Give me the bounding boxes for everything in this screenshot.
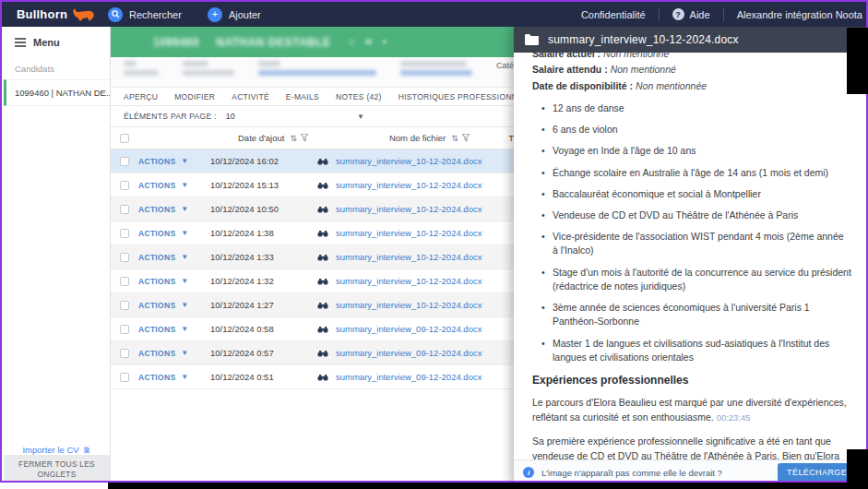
select-all-checkbox[interactable] <box>120 134 129 143</box>
document-preview[interactable]: Salaire actuel : Non mentionné Salaire a… <box>514 53 868 459</box>
row-checkbox[interactable] <box>120 229 129 238</box>
add-menu-item[interactable]: + Ajouter <box>208 7 261 22</box>
row-checkbox[interactable] <box>120 157 129 166</box>
row-checkbox[interactable] <box>120 277 129 286</box>
sort-icon[interactable]: ⇅ <box>451 134 458 143</box>
doc-bullet: Stage d'un mois à l'autorité de la concu… <box>541 266 851 293</box>
per-page-label: ÉLÉMENTS PAR PAGE : <box>124 112 217 121</box>
actions-button[interactable]: ACTIONS <box>138 373 175 382</box>
screenshot-root: Bullhorn Rechercher + Ajouter Confidenti… <box>0 0 868 489</box>
doc-section-title: Expériences professionnelles <box>532 374 851 387</box>
bullhorn-logo[interactable]: Bullhorn <box>2 7 108 22</box>
chevron-down-icon: ▼ <box>181 157 188 165</box>
actions-button[interactable]: ACTIONS <box>138 253 175 262</box>
tab-modifier[interactable]: MODIFIER <box>174 92 215 101</box>
chevron-down-icon: ▼ <box>181 301 188 309</box>
preview-binoculars-icon[interactable] <box>310 350 336 357</box>
file-link[interactable]: summary_interview_09-12-2024.docx <box>336 372 482 382</box>
star-icon[interactable]: ☆ <box>348 37 356 47</box>
search-menu-item[interactable]: Rechercher <box>108 7 182 22</box>
preview-binoculars-icon[interactable] <box>310 278 336 285</box>
actions-button[interactable]: ACTIONS <box>138 301 175 310</box>
navbar-divider <box>723 8 724 21</box>
sidebar-item-candidate-tab[interactable]: 1099460 | NATHAN DE... <box>4 79 110 106</box>
chevron-down-icon: ▼ <box>181 229 188 237</box>
preview-binoculars-icon[interactable] <box>310 254 336 261</box>
navbar-divider <box>659 8 660 21</box>
redaction-box <box>847 28 868 94</box>
chevron-down-icon: ▼ <box>357 113 364 121</box>
chevron-down-icon: ▼ <box>181 277 188 285</box>
row-checkbox[interactable] <box>120 253 129 262</box>
render-notice: L'image n'apparaît pas comme elle le dev… <box>541 468 722 478</box>
add-label: Ajouter <box>229 9 261 20</box>
chevron-down-icon: ▼ <box>181 205 188 213</box>
file-link[interactable]: summary_interview_10-12-2024.docx <box>336 180 482 190</box>
filter-icon[interactable] <box>301 134 308 142</box>
add-note-icon[interactable]: + <box>382 37 387 47</box>
hamburger-icon <box>15 36 26 49</box>
tab-apercu[interactable]: APERÇU <box>124 92 158 101</box>
filter-icon[interactable] <box>462 134 470 142</box>
menu-label: Menu <box>33 37 60 48</box>
privacy-link[interactable]: Confidentialité <box>581 9 646 20</box>
file-link[interactable]: summary_interview_09-12-2024.docx <box>336 348 482 358</box>
tab-emails[interactable]: E-MAILS <box>286 92 319 101</box>
tab-notes[interactable]: NOTES (42) <box>336 92 382 101</box>
file-link[interactable]: summary_interview_10-12-2024.docx <box>336 276 482 286</box>
actions-button[interactable]: ACTIONS <box>138 229 175 238</box>
user-menu[interactable]: Alexandre intégration Noota <box>737 9 866 20</box>
row-checkbox[interactable] <box>120 325 129 334</box>
preview-binoculars-icon[interactable] <box>310 182 336 189</box>
preview-binoculars-icon[interactable] <box>310 158 336 165</box>
file-date: 10/12/2024 1:38 <box>210 228 310 238</box>
left-sidebar: Menu Candidats 1099460 | NATHAN DE... Im… <box>4 27 111 483</box>
row-checkbox[interactable] <box>120 373 129 382</box>
sort-icon[interactable]: ⇅ <box>290 134 297 143</box>
import-cv-link[interactable]: Importer le CV🗎 <box>4 445 110 455</box>
column-file[interactable]: Nom de fichier <box>389 133 446 143</box>
preview-binoculars-icon[interactable] <box>310 302 336 309</box>
timestamp[interactable]: 00:23:45 <box>717 412 751 423</box>
close-all-tabs-button[interactable]: FERMER TOUS LES ONGLETS <box>4 455 110 483</box>
doc-field: Salaire actuel : Non mentionné <box>532 53 851 62</box>
help-link[interactable]: Aide <box>690 9 710 20</box>
row-checkbox[interactable] <box>120 181 129 190</box>
row-checkbox[interactable] <box>120 349 129 358</box>
preview-binoculars-icon[interactable] <box>310 206 336 213</box>
actions-button[interactable]: ACTIONS <box>138 349 175 358</box>
doc-bullet: Baccalauréat économique et social à Mont… <box>541 187 851 201</box>
file-link[interactable]: summary_interview_10-12-2024.docx <box>336 300 482 310</box>
mail-icon[interactable]: ✉ <box>365 37 373 47</box>
row-checkbox[interactable] <box>120 205 129 214</box>
actions-button[interactable]: ACTIONS <box>138 277 175 286</box>
preview-binoculars-icon[interactable] <box>310 374 336 381</box>
help-icon: ? <box>672 8 684 20</box>
column-date[interactable]: Date d'ajout <box>238 133 284 143</box>
file-link[interactable]: summary_interview_09-12-2024.docx <box>336 324 482 334</box>
actions-button[interactable]: ACTIONS <box>138 181 175 190</box>
preview-binoculars-icon[interactable] <box>310 230 336 237</box>
actions-button[interactable]: ACTIONS <box>138 157 175 166</box>
tab-activite[interactable]: ACTIVITÉ <box>232 92 269 101</box>
file-link[interactable]: summary_interview_10-12-2024.docx <box>336 204 482 214</box>
desktop-strip <box>0 483 108 489</box>
per-page-select[interactable]: 10 ▼ <box>226 112 364 121</box>
doc-paragraph: Sa première expérience professionnelle s… <box>532 434 851 459</box>
preview-header: summary_interview_10-12-2024.docx ⟳ <box>514 27 868 53</box>
brand-name: Bullhorn <box>17 7 67 21</box>
file-link[interactable]: summary_interview_10-12-2024.docx <box>336 228 482 238</box>
preview-binoculars-icon[interactable] <box>310 326 336 333</box>
sidebar-section-candidats: Candidats <box>4 56 110 79</box>
file-date: 10/12/2024 10:50 <box>210 204 310 214</box>
actions-button[interactable]: ACTIONS <box>138 205 175 214</box>
doc-bullet: Vice-présidente de l'association WIST pe… <box>541 230 851 257</box>
menu-toggle[interactable]: Menu <box>4 27 110 56</box>
doc-bullet: 3ème année de sciences économiques à l'u… <box>541 301 851 328</box>
actions-button[interactable]: ACTIONS <box>138 325 175 334</box>
file-link[interactable]: summary_interview_10-12-2024.docx <box>336 252 482 262</box>
doc-bullet: Échange scolaire en Australie à l'âge de… <box>541 166 851 180</box>
row-checkbox[interactable] <box>120 301 129 310</box>
file-date: 10/12/2024 15:13 <box>210 180 310 190</box>
file-link[interactable]: summary_interview_10-12-2024.docx <box>336 156 482 166</box>
